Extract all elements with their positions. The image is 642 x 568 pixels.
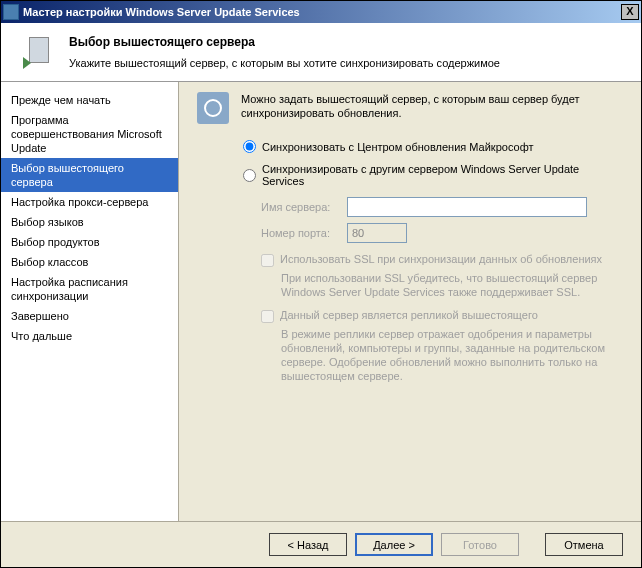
page-title: Выбор вышестоящего сервера (69, 35, 500, 49)
body: Прежде чем начать Программа совершенство… (1, 82, 641, 552)
radio-sync-microsoft-label: Синхронизовать с Центром обновления Майк… (262, 141, 534, 153)
radio-sync-microsoft[interactable] (243, 140, 256, 153)
port-label: Номер порта: (261, 227, 347, 239)
header-icon (21, 35, 57, 71)
radio-sync-other[interactable] (243, 169, 256, 182)
window-title: Мастер настройки Windows Server Update S… (23, 6, 621, 18)
sidebar-item-proxy[interactable]: Настройка прокси-сервера (1, 192, 178, 212)
sidebar-item-classes[interactable]: Выбор классов (1, 252, 178, 272)
wizard-window: Мастер настройки Windows Server Update S… (0, 0, 642, 568)
next-button[interactable]: Далее > (355, 533, 433, 556)
close-icon[interactable]: X (621, 4, 639, 20)
sidebar-item-upstream-server[interactable]: Выбор вышестоящего сервера (1, 158, 178, 192)
ssl-label: Использовать SSL при синхронизации данны… (280, 253, 602, 265)
port-input (347, 223, 407, 243)
ssl-checkbox (261, 254, 274, 267)
page-subtitle: Укажите вышестоящий сервер, с которым вы… (69, 57, 500, 69)
sidebar-item-products[interactable]: Выбор продуктов (1, 232, 178, 252)
sidebar: Прежде чем начать Программа совершенство… (1, 82, 179, 552)
radio-sync-other-label: Синхронизировать с другим сервером Windo… (262, 163, 623, 187)
content-pane: Можно задать вышестоящий сервер, с котор… (179, 82, 641, 552)
server-name-input[interactable] (347, 197, 587, 217)
titlebar: Мастер настройки Windows Server Update S… (1, 1, 641, 23)
replica-checkbox (261, 310, 274, 323)
sidebar-item-languages[interactable]: Выбор языков (1, 212, 178, 232)
sidebar-item-sync-schedule[interactable]: Настройка расписания синхронизации (1, 272, 178, 306)
finish-button: Готово (441, 533, 519, 556)
ssl-hint: При использовании SSL убедитесь, что выш… (281, 271, 621, 299)
header: Выбор вышестоящего сервера Укажите вышес… (1, 23, 641, 82)
sidebar-item-improve-program[interactable]: Программа совершенствования Microsoft Up… (1, 110, 178, 158)
sidebar-item-whats-next[interactable]: Что дальше (1, 326, 178, 346)
back-button[interactable]: < Назад (269, 533, 347, 556)
button-bar: < Назад Далее > Готово Отмена (1, 521, 641, 567)
replica-label: Данный сервер является репликой вышестоя… (280, 309, 538, 321)
sidebar-item-finished[interactable]: Завершено (1, 306, 178, 326)
server-name-label: Имя сервера: (261, 201, 347, 213)
app-icon (3, 4, 19, 20)
cancel-button[interactable]: Отмена (545, 533, 623, 556)
intro-text: Можно задать вышестоящий сервер, с котор… (241, 92, 623, 120)
sidebar-item-before-start[interactable]: Прежде чем начать (1, 90, 178, 110)
replica-hint: В режиме реплики сервер отражает одобрен… (281, 327, 621, 383)
wizard-icon (197, 92, 229, 124)
